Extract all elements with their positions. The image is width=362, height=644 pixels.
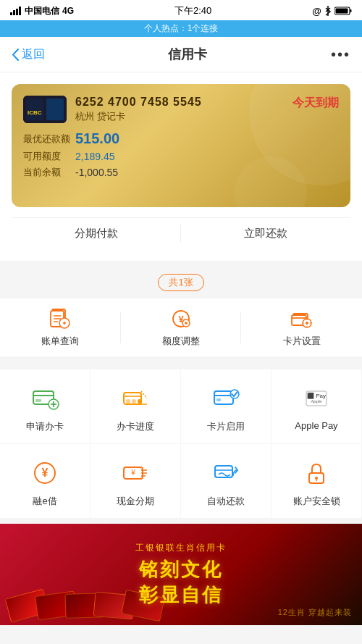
network-label: 4G: [62, 6, 74, 16]
svg-rect-0: [10, 12, 12, 15]
bluetooth-icon: [324, 6, 332, 16]
signal-icon: [10, 7, 22, 15]
quick-action-limit[interactable]: ¥ 额度调整: [121, 307, 242, 348]
back-chevron-icon: [12, 49, 19, 61]
lock-label: 账户安全锁: [293, 495, 340, 508]
cash-label: 现金分期: [117, 495, 154, 508]
activate-label: 卡片启用: [207, 420, 245, 433]
svg-point-64: [315, 477, 318, 480]
svg-point-29: [306, 322, 308, 325]
svg-rect-1: [13, 10, 15, 15]
svg-rect-7: [335, 9, 348, 14]
svg-rect-3: [19, 7, 21, 15]
limit-label: 额度调整: [162, 335, 200, 348]
card-image: ICBC: [23, 96, 67, 123]
svg-point-43: [132, 399, 136, 403]
card-settings-label: 卡片设置: [283, 335, 321, 348]
status-bar: 中国电信 4G 下午2:40 @: [0, 0, 362, 20]
svg-text:⬛ Pay: ⬛ Pay: [307, 392, 326, 399]
hotspot-text: 个人热点：1个连接: [144, 23, 219, 33]
auto-pay-label: 自动还款: [207, 495, 245, 508]
svg-point-42: [126, 399, 130, 403]
hotspot-bar: 个人热点：1个连接: [0, 20, 362, 37]
apple-pay-label: Apple Pay: [295, 420, 337, 431]
status-carrier: 中国电信 4G: [10, 5, 74, 17]
quick-action-bill[interactable]: 账单查询: [0, 307, 121, 348]
loan-label: 融e借: [33, 495, 56, 508]
min-payment-label: 最优还款额: [23, 133, 75, 146]
grid-apply-card[interactable]: 申请办卡: [0, 369, 90, 444]
grid-activate[interactable]: 卡片启用: [181, 369, 272, 444]
grid-progress[interactable]: 办卡进度: [90, 369, 181, 444]
card-actions: 分期付款 立即还款: [12, 217, 350, 249]
activate-icon: [210, 382, 242, 414]
installment-button[interactable]: 分期付款: [12, 218, 181, 249]
divider1: [0, 358, 362, 364]
available-value: 2,189.45: [75, 151, 115, 162]
limit-icon: ¥: [169, 307, 193, 330]
card-container: ICBC 6252 4700 7458 5545 杭州 贷记卡 今天到期 最优还…: [12, 84, 350, 207]
card-count-badge: 共1张: [158, 274, 203, 291]
auto-pay-icon: [210, 457, 242, 489]
grid-lock[interactable]: 账户安全锁: [272, 444, 362, 518]
card-chip-icon: ICBC: [23, 96, 67, 123]
battery-icon: [334, 7, 352, 15]
available-label: 可用额度: [23, 150, 75, 163]
svg-text:¥: ¥: [130, 469, 135, 477]
svg-rect-2: [16, 9, 18, 15]
grid-menu: 申请办卡 办卡进度 卡片启用: [0, 364, 362, 518]
repay-button[interactable]: 立即还款: [181, 218, 350, 249]
balance-label: 当前余额: [23, 166, 75, 179]
apply-card-label: 申请办卡: [26, 420, 64, 433]
svg-rect-49: [216, 398, 221, 401]
svg-rect-36: [35, 399, 41, 402]
svg-rect-6: [350, 9, 351, 12]
loan-icon: ¥: [29, 457, 61, 489]
svg-point-44: [138, 399, 142, 403]
progress-icon: [119, 382, 151, 414]
grid-cash[interactable]: ¥ 现金分期: [90, 444, 181, 518]
card-settings-icon: [290, 307, 313, 330]
apply-card-icon: [29, 382, 61, 414]
credit-card: ICBC 6252 4700 7458 5545 杭州 贷记卡 今天到期 最优还…: [12, 84, 350, 207]
svg-rect-61: [215, 466, 232, 477]
banner-subtitle: 工银银联生肖信用卡: [135, 542, 227, 554]
cash-icon: ¥: [119, 457, 151, 489]
apple-pay-icon: ⬛ Pay Apple: [300, 382, 332, 414]
svg-text:ICBC: ICBC: [28, 109, 42, 116]
grid-auto-pay[interactable]: 自动还款: [181, 444, 272, 518]
page-title: 信用卡: [168, 46, 207, 63]
status-time: 下午2:40: [174, 4, 211, 17]
svg-line-45: [141, 391, 147, 398]
card-count-wrapper: 共1张: [0, 267, 362, 298]
banner-content: 工银银联生肖信用卡 铭刻文化 彰显自信: [135, 542, 227, 608]
banner-title2: 彰显自信: [135, 582, 227, 608]
bill-icon: [49, 307, 72, 330]
grid-loan[interactable]: ¥ 融e借: [0, 444, 90, 518]
back-button[interactable]: 返回: [12, 47, 45, 62]
svg-text:¥: ¥: [42, 467, 49, 479]
bill-label: 账单查询: [41, 335, 79, 348]
banner[interactable]: 工银银联生肖信用卡 铭刻文化 彰显自信 12生肖 穿越起来装: [0, 524, 362, 625]
svg-rect-10: [46, 99, 64, 120]
nav-bar: 返回 信用卡 •••: [0, 37, 362, 72]
quick-actions: 账单查询 ¥ 额度调整: [0, 298, 362, 356]
status-icons: @: [312, 6, 352, 17]
progress-label: 办卡进度: [117, 420, 154, 433]
at-icon: @: [312, 6, 321, 17]
min-payment-value: 515.00: [75, 130, 119, 147]
svg-text:Apple: Apple: [310, 399, 322, 403]
back-label: 返回: [22, 47, 45, 62]
more-button[interactable]: •••: [331, 46, 350, 63]
grid-apple-pay[interactable]: ⬛ Pay Apple Apple Pay: [272, 369, 362, 444]
banner-title1: 铭刻文化: [135, 557, 227, 582]
banner-footnote: 12生肖 穿越起来装: [275, 604, 355, 621]
quick-action-settings[interactable]: 卡片设置: [241, 307, 362, 348]
card-section: ICBC 6252 4700 7458 5545 杭州 贷记卡 今天到期 最优还…: [0, 72, 362, 261]
lock-icon: [300, 457, 332, 489]
balance-value: -1,000.55: [75, 167, 118, 178]
expire-badge: 今天到期: [292, 96, 339, 111]
carrier-label: 中国电信: [25, 5, 59, 17]
